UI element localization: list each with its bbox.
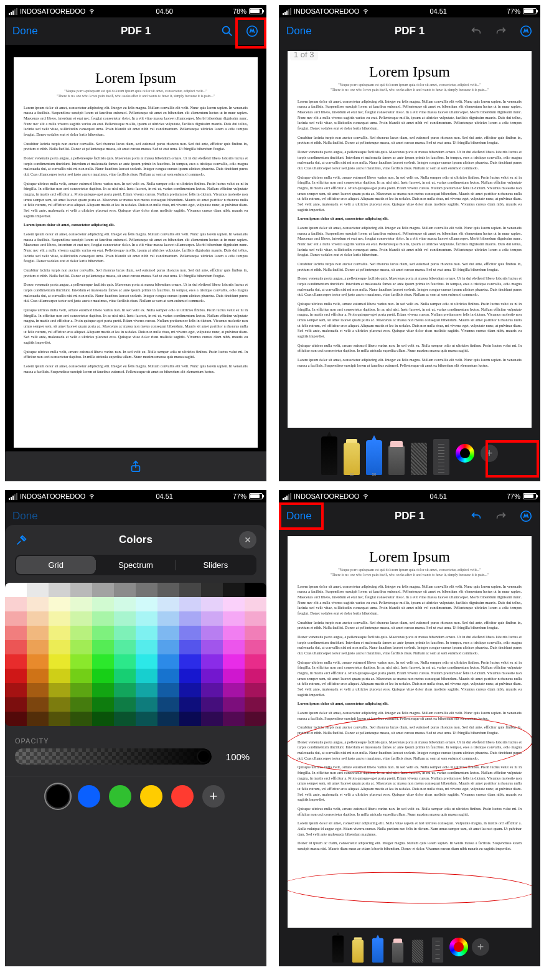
- svg-point-0: [223, 27, 230, 34]
- eraser-tool[interactable]: [392, 941, 403, 963]
- tab-grid[interactable]: Grid: [16, 556, 95, 574]
- color-grid[interactable]: [5, 583, 266, 726]
- pen-tool[interactable]: [321, 436, 337, 475]
- doc-viewport[interactable]: Lorem Ipsum "Neque porro quisquam est qu…: [279, 45, 540, 431]
- markup-toolbar: +: [279, 931, 540, 966]
- svg-line-1: [229, 33, 232, 36]
- sheet-title: Colors: [119, 534, 152, 546]
- battery-icon: [523, 8, 537, 14]
- undo-icon[interactable]: [469, 509, 483, 523]
- nav-bar: Done PDF 1: [279, 502, 540, 530]
- swatch[interactable]: [171, 785, 194, 808]
- pen-tool[interactable]: [332, 936, 344, 963]
- highlighter-tool[interactable]: 60: [344, 443, 360, 475]
- add-swatch-button[interactable]: +: [202, 785, 225, 808]
- redo-icon[interactable]: [494, 509, 508, 523]
- ruler-tool[interactable]: [433, 439, 449, 475]
- status-bar: INDOSATOOREDOO 04.51 77%: [5, 490, 266, 502]
- battery-icon: [249, 493, 263, 499]
- screenshot-2: INDOSATOOREDOO 04.51 77% Done PDF 1 1 of…: [279, 5, 540, 481]
- battery-icon: [523, 493, 537, 499]
- done-button[interactable]: Done: [286, 25, 312, 37]
- undo-icon[interactable]: [469, 24, 483, 38]
- signal-icon: [9, 493, 17, 500]
- pdf-page: Lorem Ipsum "Neque porro quisquam est qu…: [288, 51, 532, 428]
- lasso-tool[interactable]: [412, 940, 423, 963]
- swatch[interactable]: [78, 785, 100, 808]
- battery-percent: 78%: [233, 7, 246, 15]
- carrier: INDOSATOOREDOO: [20, 7, 85, 15]
- wifi-icon: [88, 6, 96, 16]
- wifi-icon: [362, 491, 370, 501]
- pdf-page: Lorem Ipsum "Neque porro quisquam est qu…: [288, 536, 532, 928]
- pencil-tool[interactable]: 50: [366, 440, 382, 475]
- close-icon[interactable]: [239, 531, 256, 549]
- tab-spectrum[interactable]: Spectrum: [96, 556, 175, 574]
- search-icon[interactable]: [220, 24, 234, 38]
- swatch-row: +: [15, 785, 256, 808]
- highlighter-tool[interactable]: [352, 940, 364, 963]
- doc-viewport[interactable]: Lorem Ipsum "Neque porro quisquam est qu…: [279, 530, 540, 931]
- opacity-value: 100%: [219, 751, 256, 762]
- status-bar: INDOSATOOREDOO 04.51 77%: [279, 490, 540, 502]
- pencil-tool[interactable]: [372, 938, 383, 963]
- swatch[interactable]: [140, 785, 162, 808]
- eyedropper-icon[interactable]: [15, 533, 29, 547]
- tab-sliders[interactable]: Sliders: [176, 556, 255, 574]
- add-tool-button[interactable]: +: [481, 445, 498, 462]
- status-bar: INDOSATOOREDOO 04.50 78%: [5, 5, 266, 17]
- wifi-icon: [362, 6, 370, 16]
- nav-bar: Done PDF 1: [5, 17, 266, 45]
- doc-viewport[interactable]: Lorem Ipsum "Neque porro quisquam est qu…: [5, 45, 266, 451]
- user-annotation-circle: [288, 870, 532, 905]
- redo-icon[interactable]: [494, 24, 508, 38]
- bottom-toolbar: [5, 451, 266, 481]
- color-picker-button[interactable]: [449, 938, 468, 956]
- opacity-label: OPACITY: [15, 737, 256, 745]
- markup-icon[interactable]: [519, 24, 533, 38]
- battery-icon: [249, 8, 263, 14]
- swatch[interactable]: [109, 785, 131, 808]
- markup-icon[interactable]: [245, 24, 259, 38]
- lasso-tool[interactable]: [411, 443, 427, 475]
- doc-heading: Lorem Ipsum: [24, 70, 248, 87]
- signal-icon: [283, 493, 291, 500]
- screenshot-1: INDOSATOOREDOO 04.50 78% Done PDF 1 Lore…: [5, 5, 266, 481]
- status-bar: INDOSATOOREDOO 04.51 77%: [279, 5, 540, 17]
- opacity-slider[interactable]: [15, 748, 212, 765]
- page-indicator: 1 of 3: [290, 49, 318, 60]
- color-mode-segmented[interactable]: Grid Spectrum Sliders: [15, 555, 256, 575]
- wifi-icon: [88, 491, 96, 501]
- signal-icon: [9, 8, 17, 15]
- color-picker-button[interactable]: [456, 444, 474, 463]
- clock: 04.50: [156, 7, 173, 15]
- markup-toolbar: 60 50 +: [279, 431, 540, 481]
- screenshot-3: INDOSATOOREDOO 04.51 77% Done Colors Gri…: [5, 490, 266, 966]
- screenshot-4: INDOSATOOREDOO 04.51 77% Done PDF 1 Lore…: [279, 490, 540, 966]
- markup-icon[interactable]: [519, 509, 533, 523]
- clock: 04.51: [429, 7, 447, 15]
- nav-bar: Done PDF 1: [279, 17, 540, 45]
- ruler-tool[interactable]: [432, 937, 443, 963]
- done-button[interactable]: Done: [286, 510, 312, 522]
- add-tool-button[interactable]: +: [472, 938, 489, 956]
- share-icon[interactable]: [129, 459, 143, 473]
- pdf-page: Lorem Ipsum "Neque porro quisquam est qu…: [14, 57, 258, 448]
- done-button[interactable]: Done: [12, 25, 38, 37]
- color-picker-sheet: Colors Grid Spectrum Sliders OPACITY 100…: [5, 525, 266, 966]
- eraser-tool[interactable]: [388, 445, 405, 475]
- swatch[interactable]: [47, 785, 69, 808]
- carrier: INDOSATOOREDOO: [294, 7, 359, 15]
- signal-icon: [283, 8, 291, 15]
